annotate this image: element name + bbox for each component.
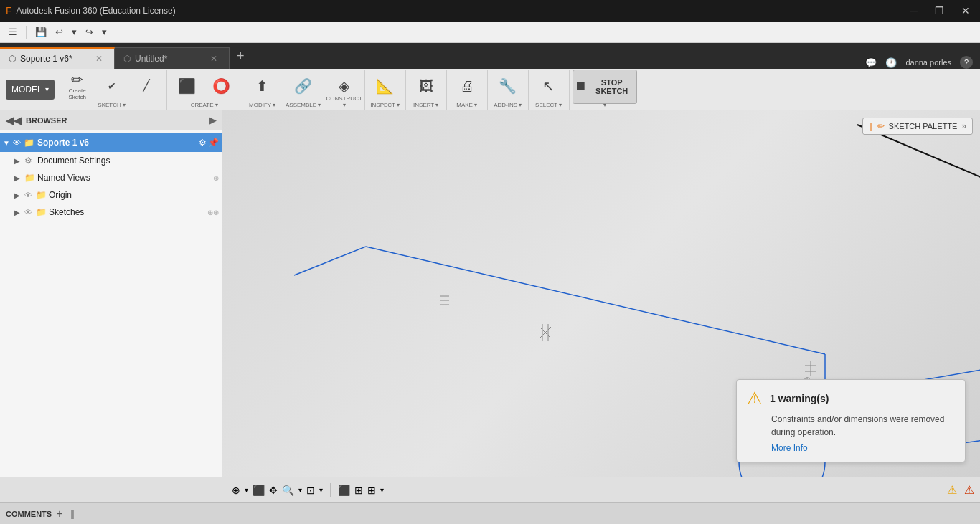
layout-button[interactable]: ⬛ — [253, 485, 265, 496]
chat-icon[interactable]: 💬 — [865, 57, 877, 68]
root-folder-icon: 📁 — [24, 138, 34, 148]
sketch-palette-expand-button[interactable]: » — [961, 121, 966, 131]
create-box-button[interactable]: ⬛ — [170, 70, 204, 104]
redo-dropdown[interactable]: ▾ — [99, 25, 110, 39]
named-views-name: Named Views — [37, 173, 212, 183]
grid-button[interactable]: ⊞ — [354, 485, 363, 496]
make-group-label: MAKE ▾ — [447, 102, 487, 108]
fit-dropdown[interactable]: ▾ — [319, 486, 323, 494]
sketch-create-button[interactable]: ✏ CreateSketch — [60, 70, 95, 104]
inspect-button[interactable]: 📐 — [368, 70, 402, 104]
addins-group-label: ADD-INS ▾ — [488, 102, 528, 108]
error-status-icon[interactable]: ⚠ — [964, 483, 974, 497]
tab-label-untitled: Untitled* — [135, 54, 167, 64]
constraint-icon-2 — [440, 296, 449, 305]
comments-label: COMMENTS — [6, 510, 52, 518]
stop-sketch-button[interactable]: ⏹ STOP SKETCH — [573, 70, 637, 104]
sketch-palette-collapse-icon[interactable]: ‖ — [869, 121, 873, 131]
pan-button[interactable]: ✥ — [269, 485, 278, 496]
modify-icon: ⬆ — [256, 79, 268, 93]
create-cyl-button[interactable]: ⭕ — [204, 70, 239, 104]
tree-item-doc-settings[interactable]: ▶ ⚙ Document Settings — [0, 152, 222, 169]
addins-button[interactable]: 🔧 — [491, 70, 525, 104]
zoom-in-button[interactable]: 🔍 — [282, 485, 294, 496]
tab-close-untitled[interactable]: ✕ — [207, 52, 220, 65]
make-button[interactable]: 🖨 — [450, 70, 484, 104]
toolbar-group-addins: 🔧 ADD-INS ▾ — [488, 70, 529, 110]
undo-button[interactable]: ↩ — [52, 25, 66, 39]
assemble-icon: 🔗 — [294, 79, 312, 93]
root-settings-icon[interactable]: ⚙ — [199, 138, 207, 148]
fit-button[interactable]: ⊡ — [306, 485, 315, 496]
warning-status-icon[interactable]: ⚠ — [947, 483, 957, 497]
browser-tree: ▼ 👁 📁 Soporte 1 v6 ⚙ 📌 ▶ ⚙ Document Sett… — [0, 130, 222, 477]
sketches-folder-icon: 📁 — [36, 207, 47, 217]
browser-collapse-button[interactable]: ◀◀ — [6, 115, 22, 126]
restore-button[interactable]: ❐ — [930, 5, 948, 16]
tab-untitled[interactable]: ⬡ Untitled* ✕ — [115, 47, 230, 69]
tab-close-soporte[interactable]: ✕ — [93, 52, 105, 65]
more-nav-dropdown[interactable]: ▾ — [380, 486, 384, 494]
sketch-palette-panel[interactable]: ‖ ✏ SKETCH PALETTE » — [862, 118, 973, 135]
origin-folder-icon: 📁 — [36, 190, 47, 200]
modify-button[interactable]: ⬆ — [245, 70, 280, 104]
tab-soporte[interactable]: ⬡ Soporte 1 v6* ✕ — [0, 47, 115, 69]
tree-item-origin[interactable]: ▶ 👁 📁 Origin — [0, 186, 222, 204]
make-icon: 🖨 — [460, 79, 474, 93]
user-name[interactable]: danna porles — [905, 58, 951, 67]
minimize-button[interactable]: ─ — [906, 5, 922, 16]
more-nav-button[interactable]: ⊞ — [367, 485, 376, 496]
undo-dropdown[interactable]: ▾ — [69, 25, 80, 39]
viewport[interactable]: ⊕ Y X Z TOP ‖ ✏ SKETCH PALETTE » — [222, 110, 980, 477]
close-button[interactable]: ✕ — [957, 5, 974, 16]
tree-item-sketches[interactable]: ▶ 👁 📁 Sketches ⊕⊕ — [0, 204, 222, 221]
browser-title: BROWSER — [26, 116, 67, 125]
modify-group-label: MODIFY ▾ — [242, 102, 283, 108]
display-mode-button[interactable]: ⬛ — [338, 485, 350, 496]
more-info-link[interactable]: More Info — [771, 443, 955, 453]
assemble-button[interactable]: 🔗 — [286, 70, 321, 104]
tab-bar-extras: 💬 🕐 danna porles ? — [865, 56, 980, 69]
constraint-icon-1 — [540, 324, 551, 341]
sketch-palette-label: SKETCH PALETTE — [889, 122, 958, 130]
tree-item-root[interactable]: ▼ 👁 📁 Soporte 1 v6 ⚙ 📌 — [0, 133, 222, 152]
toolbar-group-create: ⬛ ⭕ CREATE ▾ — [167, 70, 242, 110]
quick-access-bar: ☰ 💾 ↩ ▾ ↪ ▾ — [0, 22, 980, 43]
save-button[interactable]: 💾 — [32, 25, 50, 39]
toolbar-group-inspect: 📐 INSPECT ▾ — [365, 70, 406, 110]
zoom-dropdown[interactable]: ▾ — [298, 486, 302, 494]
svg-line-1 — [366, 247, 825, 354]
tree-item-named-views[interactable]: ▶ 📁 Named Views ⊕ — [0, 169, 222, 186]
new-tab-button[interactable]: + — [230, 49, 252, 64]
toolbar-group-modify: ⬆ MODIFY ▾ — [242, 70, 283, 110]
snap-button[interactable]: ⊕ — [232, 485, 240, 496]
snap-dropdown[interactable]: ▾ — [245, 486, 248, 494]
assemble-group-label: ASSEMBLE ▾ — [283, 102, 324, 108]
tab-icon-untitled: ⬡ — [123, 54, 131, 64]
app-menu-button[interactable]: ☰ — [6, 25, 20, 39]
toolbar-group-construct: ◈ CONSTRUCT ▾ — [324, 70, 365, 110]
tab-bar: ⬡ Soporte 1 v6* ✕ ⬡ Untitled* ✕ + 💬 🕐 da… — [0, 43, 980, 69]
doc-settings-name: Document Settings — [37, 156, 219, 166]
svg-line-5 — [294, 247, 366, 275]
root-pin-icon[interactable]: 📌 — [208, 138, 219, 148]
warning-message: Constraints and/or dimensions were remov… — [771, 413, 955, 439]
create-box-icon: ⬛ — [178, 79, 196, 93]
model-dropdown[interactable]: MODEL ▾ — [6, 80, 55, 100]
warning-header: ⚠ 1 warning(s) — [747, 389, 955, 409]
help-icon[interactable]: ? — [960, 56, 973, 69]
finish-sketch-button[interactable]: ✔ — [95, 70, 129, 104]
main-area: ◀◀ BROWSER ▶ ▼ 👁 📁 Soporte 1 v6 ⚙ 📌 ▶ ⚙ … — [0, 110, 980, 477]
clock-icon[interactable]: 🕐 — [885, 57, 897, 68]
construct-group-label: CONSTRUCT ▾ — [324, 95, 364, 108]
comments-add-button[interactable]: + — [56, 508, 62, 520]
insert-button[interactable]: 🖼 — [409, 70, 443, 104]
browser-expand-button[interactable]: ▶ — [209, 115, 216, 125]
select-button[interactable]: ↖ — [532, 70, 566, 104]
sketch-group-label: SKETCH ▾ — [57, 102, 166, 108]
sketch-tool-button[interactable]: ╱ — [129, 70, 164, 104]
finish-sketch-icon: ✔ — [108, 81, 116, 91]
comments-collapse-button[interactable]: ‖ — [70, 509, 75, 519]
redo-button[interactable]: ↪ — [83, 25, 96, 39]
warning-triangle-icon: ⚠ — [747, 389, 763, 409]
